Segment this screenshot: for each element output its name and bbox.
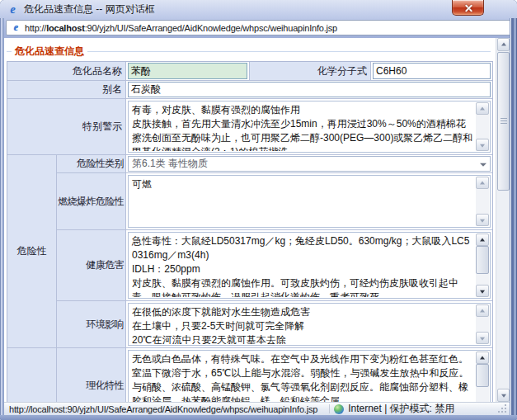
fire-explosion-scrollbar: [476, 177, 489, 226]
fire-explosion-text: 可燃: [129, 177, 475, 226]
row-alias: 别名 石炭酸: [7, 81, 492, 99]
arrow-up-icon: [480, 238, 485, 241]
row-phys-chem: 理化特性 无色或白色晶体，有特殊气味。在空气中及光线作用下变为粉红色甚至红色。室…: [7, 348, 492, 402]
alias-input[interactable]: 石炭酸: [128, 82, 491, 97]
label-special-warning: 特别警示: [7, 99, 126, 154]
scroll-down-button[interactable]: [476, 285, 489, 297]
arrow-up-icon: [480, 309, 485, 312]
status-url: http://localhost:90/yjzh/UI/SafeArranged…: [4, 404, 317, 414]
row-environment: 环境影响 在很低的浓度下就能对水生生物造成危害 在土壤中，只要2-5天时间就可完…: [57, 301, 492, 348]
page-scrollbar[interactable]: [496, 38, 510, 402]
scroll-down-button[interactable]: [476, 214, 489, 226]
cell-formula: C6H60: [371, 62, 492, 80]
cell-fire-explosion: 可燃: [126, 173, 492, 229]
scroll-thumb[interactable]: [476, 246, 489, 274]
page-scroll-down-button[interactable]: [497, 389, 510, 402]
internet-globe-icon: [334, 404, 344, 414]
ie-page-icon: e: [11, 22, 21, 33]
label-formula: 化学分子式: [249, 62, 371, 80]
environment-text: 在很低的浓度下就能对水生生物造成危害 在土壤中，只要2-5天时间就可完全降解 2…: [129, 304, 475, 344]
empty-group-cell: [7, 348, 57, 402]
cell-chemical-name: 苯酚: [126, 62, 249, 80]
hazard-group-rows: 危险性类别 第6.1类 毒性物质 燃烧爆炸危险性 可燃: [57, 155, 492, 348]
close-button[interactable]: [452, 0, 484, 16]
row-hazard-class: 危险性类别 第6.1类 毒性物质: [57, 155, 492, 173]
health-hazard-scrollbar: [476, 234, 489, 297]
hazard-class-value: 第6.1类 毒性物质: [129, 157, 477, 171]
chemical-name-input[interactable]: 苯酚: [128, 63, 247, 79]
label-chemical-name: 危化品名称: [7, 62, 126, 80]
resize-grip[interactable]: [505, 411, 506, 413]
hazard-class-select[interactable]: 第6.1类 毒性物质: [128, 156, 491, 172]
scroll-up-button[interactable]: [476, 177, 489, 189]
address-bar[interactable]: e http://localhost:90/yjzh/UI/SafeArrang…: [6, 20, 511, 35]
status-zone-section: Internet | 保护模式: 禁用: [329, 402, 454, 416]
arrow-down-icon: [480, 337, 485, 340]
status-bar: http://localhost:90/yjzh/UI/SafeArranged…: [4, 402, 510, 415]
row-name-formula: 危化品名称 苯酚 化学分子式 C6H60: [7, 62, 492, 81]
window-border-bottom: [0, 415, 517, 420]
row-fire-explosion: 燃烧爆炸危险性 可燃: [57, 173, 492, 230]
arrow-down-icon: [501, 394, 506, 398]
page-scroll-up-button[interactable]: [497, 38, 510, 51]
fieldset-border: 危化品速查信息: [7, 51, 491, 52]
status-zone-text: Internet | 保护模式: 禁用: [348, 402, 454, 416]
cell-special-warning: 有毒，对皮肤、黏膜有强烈的腐蚀作用 皮肤接触，首先用大量清水冲洗至少15min，…: [126, 99, 492, 154]
scroll-down-button[interactable]: [476, 332, 489, 344]
health-hazard-textarea[interactable]: 急性毒性：大鼠经LD50317mg／kg；兔经皮LD50。630mg/kg；大鼠…: [128, 232, 491, 299]
page-content: 危化品速查信息 危化品名称 苯酚 化学分子式 C6H60 别名 石炭酸: [4, 38, 510, 402]
scroll-up-button[interactable]: [476, 352, 489, 364]
scroll-up-button[interactable]: [476, 234, 489, 246]
arrow-down-icon: [480, 144, 485, 147]
window-border-right: [510, 18, 517, 415]
label-phys-chem: 理化特性: [57, 348, 126, 402]
special-warning-text: 有毒，对皮肤、黏膜有强烈的腐蚀作用 皮肤接触，首先用大量清水冲洗至少15min，…: [129, 102, 475, 151]
label-environment: 环境影响: [57, 301, 126, 347]
label-fire-explosion: 燃烧爆炸危险性: [57, 173, 126, 229]
special-warning-textarea[interactable]: 有毒，对皮肤、黏膜有强烈的腐蚀作用 皮肤接触，首先用大量清水冲洗至少15min，…: [128, 101, 491, 153]
label-hazard-group: 危险性: [7, 155, 57, 348]
scroll-up-button[interactable]: [476, 304, 489, 317]
scroll-thumb[interactable]: [476, 364, 489, 387]
address-url: http://localhost:90/yjzh/UI/SafeArranged…: [25, 23, 337, 33]
label-alias: 别名: [7, 81, 126, 98]
fire-explosion-textarea[interactable]: 可燃: [128, 175, 491, 228]
url-scheme: http://: [25, 23, 46, 33]
url-host: localhost: [46, 23, 85, 33]
special-warning-scrollbar: [476, 102, 489, 151]
cell-alias: 石炭酸: [126, 81, 492, 98]
section-title: 危化品速查信息: [12, 45, 87, 59]
hazard-group: 危险性 危险性类别 第6.1类 毒性物质 燃烧爆炸危险性: [7, 155, 492, 348]
cell-hazard-class: 第6.1类 毒性物质: [126, 155, 492, 172]
arrow-down-icon: [480, 219, 485, 222]
page-scroll-thumb[interactable]: [497, 52, 510, 191]
formula-input[interactable]: C6H60: [373, 63, 491, 79]
phys-chem-text: 无色或白色晶体，有特殊气味。在空气中及光线作用下变为粉红色甚至红色。室温下微溶于…: [129, 352, 475, 402]
thumb-grip-icon: [501, 118, 507, 125]
address-bar-row: e http://localhost:90/yjzh/UI/SafeArrang…: [0, 18, 517, 38]
arrow-up-icon: [480, 181, 485, 184]
phys-chem-scrollbar: [476, 352, 489, 402]
cell-environment: 在很低的浓度下就能对水生生物造成危害 在土壤中，只要2-5天时间就可完全降解 2…: [126, 301, 492, 347]
label-health-hazard: 健康危害: [57, 230, 126, 300]
url-path: :90/yjzh/UI/SafeArranged/AidKnowledge/wh…: [85, 23, 337, 33]
environment-textarea[interactable]: 在很低的浓度下就能对水生生物造成危害 在土壤中，只要2-5天时间就可完全降解 2…: [128, 303, 491, 346]
scroll-down-button[interactable]: [476, 139, 489, 151]
dropdown-arrow-icon[interactable]: [477, 157, 490, 171]
window-border-left: [0, 18, 4, 415]
label-hazard-class: 危险性类别: [57, 155, 126, 172]
arrow-up-icon: [501, 43, 506, 46]
row-health-hazard: 健康危害 急性毒性：大鼠经LD50317mg／kg；兔经皮LD50。630mg/…: [57, 230, 492, 301]
cell-health-hazard: 急性毒性：大鼠经LD50317mg／kg；兔经皮LD50。630mg/kg；大鼠…: [126, 230, 492, 300]
row-special-warning: 特别警示 有毒，对皮肤、黏膜有强烈的腐蚀作用 皮肤接触，首先用大量清水冲洗至少1…: [7, 99, 492, 155]
scroll-up-button[interactable]: [476, 102, 489, 115]
arrow-up-icon: [480, 356, 485, 359]
phys-chem-textarea[interactable]: 无色或白色晶体，有特殊气味。在空气中及光线作用下变为粉红色甚至红色。室温下微溶于…: [128, 350, 491, 402]
dialog-window: e 危化品速查信息 -- 网页对话框 e http://localhost:90…: [0, 0, 517, 420]
health-hazard-text: 急性毒性：大鼠经LD50317mg／kg；兔经皮LD50。630mg/kg；大鼠…: [129, 234, 475, 297]
arrow-up-icon: [480, 106, 485, 110]
window-chrome: e 危化品速查信息 -- 网页对话框 e http://localhost:90…: [0, 0, 517, 38]
chemical-info-table: 危化品名称 苯酚 化学分子式 C6H60 别名 石炭酸 特别警示: [7, 61, 493, 402]
ie-icon: e: [7, 3, 19, 16]
title-bar[interactable]: e 危化品速查信息 -- 网页对话框: [0, 0, 517, 18]
